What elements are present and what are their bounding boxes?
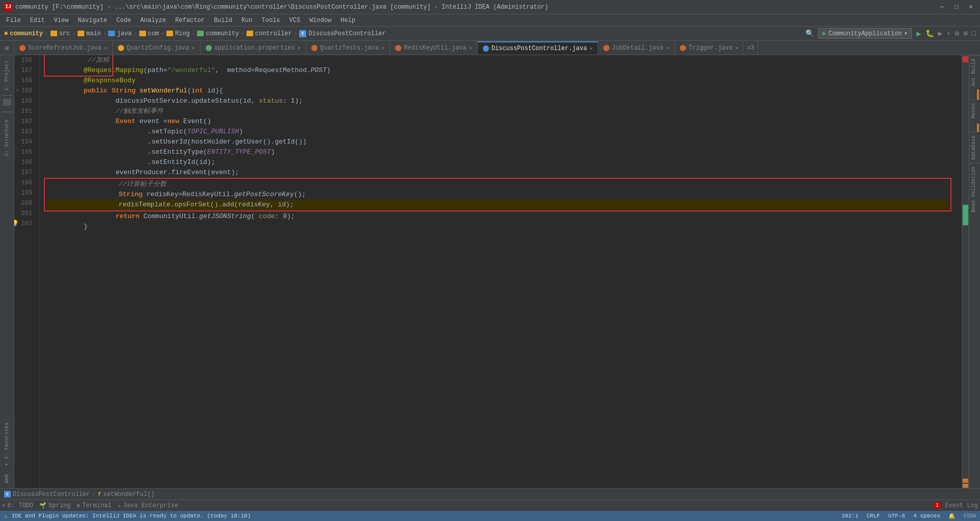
search-icon[interactable]: 🔍: [805, 29, 814, 38]
status-line-ending[interactable]: CRLF: [867, 513, 880, 519]
breadcrumb-src[interactable]: src: [51, 30, 70, 37]
tool-todo[interactable]: ≡ 6: TODO: [2, 502, 33, 509]
tab-trigger[interactable]: Trigger.java ✕: [675, 41, 744, 55]
menu-window[interactable]: Window: [305, 16, 335, 25]
lightbulb-202[interactable]: 💡: [14, 219, 19, 229]
status-bar: ⚠ IDE and Plugin Updates: IntelliJ IDEA …: [0, 511, 980, 521]
tab-label-trigger: Trigger.java: [689, 44, 732, 52]
bottom-method-label: setWonderful(): [103, 491, 155, 498]
debug-button[interactable]: 🐛: [925, 29, 934, 38]
tab-label-quartz-tests: QuartzTests.java: [320, 44, 379, 52]
project-icon[interactable]: [3, 99, 11, 106]
event-log-label[interactable]: Event Log: [945, 502, 978, 509]
tab-redis-key-util[interactable]: RedisKeyUtil.java ✕: [390, 41, 477, 55]
left-sidebar: 1: Project 2: Structure ★ 2: Favorites W…: [0, 55, 14, 488]
panel-ant-build[interactable]: Ant Build: [969, 55, 980, 89]
panel-maven[interactable]: Maven: [969, 100, 980, 122]
tab-score-refresh[interactable]: ScoreRefreshJob.java ✕: [14, 41, 113, 55]
title-bar: IJ community [F:\community] - ...\src\ma…: [0, 0, 980, 14]
breadcrumb-com[interactable]: com: [139, 30, 159, 37]
breadcrumb-ring[interactable]: Ring: [166, 30, 190, 37]
menu-tools[interactable]: Tools: [258, 16, 284, 25]
spring-label: Spring: [48, 502, 70, 509]
restore-button[interactable]: □: [951, 2, 962, 12]
minimize-button[interactable]: ─: [937, 2, 947, 12]
sidebar-project-label[interactable]: 1: Project: [3, 57, 11, 94]
tab-close-discuss-post[interactable]: ✕: [590, 45, 593, 52]
tab-icon-quartz-config: [118, 45, 124, 51]
maximize-button[interactable]: □: [972, 30, 976, 38]
menu-analyze[interactable]: Analyze: [136, 16, 170, 25]
bottom-breadcrumb: C DiscussPostController › f setWonderful…: [4, 491, 155, 498]
tab-close-score-refresh[interactable]: ✕: [104, 45, 107, 51]
menu-code[interactable]: Code: [112, 16, 135, 25]
status-encoding[interactable]: UTF-8: [888, 513, 905, 519]
tab-close-quartz-config[interactable]: ✕: [191, 45, 194, 51]
class-label: DiscussPostController: [308, 30, 385, 37]
tab-close-job-detail[interactable]: ✕: [666, 45, 669, 51]
breadcrumb-class[interactable]: C DiscussPostController: [299, 30, 385, 37]
run-button[interactable]: ▶: [916, 29, 921, 39]
menu-build[interactable]: Build: [210, 16, 236, 25]
sidebar-toggle[interactable]: ⊞: [0, 41, 14, 55]
breadcrumb-sep-6: ›: [192, 31, 195, 37]
tool-java-enterprise[interactable]: ☕ Java Enterprise: [117, 502, 178, 509]
run-config-dropdown[interactable]: ▶ CommunityApplication ▾: [818, 28, 913, 39]
tool-spring[interactable]: 🌱 Spring: [39, 502, 70, 509]
tab-job-detail[interactable]: JobDetail.java ✕: [598, 41, 675, 55]
bottom-toolbar: ≡ 6: TODO 🌱 Spring ⊞ Terminal ☕ Java Ent…: [0, 500, 980, 511]
coverage-button[interactable]: ▶: [938, 29, 942, 38]
breadcrumb-sep-5: ›: [161, 31, 164, 37]
panel-database[interactable]: Database: [969, 132, 980, 163]
linenum-186: 186: [21, 55, 32, 65]
bottom-method-icon: f: [97, 491, 101, 498]
panel-bean-validation[interactable]: Bean Validation: [969, 163, 980, 216]
menu-navigate[interactable]: Navigate: [74, 16, 111, 25]
main-label: main: [86, 30, 101, 37]
breadcrumb-project[interactable]: community: [10, 30, 43, 37]
breadcrumb-controller[interactable]: controller: [247, 30, 292, 37]
status-position[interactable]: 202:1: [842, 513, 859, 519]
tab-close-trigger[interactable]: ✕: [735, 45, 738, 51]
main-area: 1: Project 2: Structure ★ 2: Favorites W…: [0, 55, 980, 488]
menu-help[interactable]: Help: [336, 16, 359, 25]
tab-close-app-properties[interactable]: ✕: [298, 45, 301, 51]
tab-more[interactable]: ≡3: [744, 41, 757, 55]
tab-close-quartz-tests[interactable]: ✕: [381, 45, 384, 51]
title-bar-left: IJ community [F:\community] - ...\src\ma…: [4, 3, 548, 11]
tab-quartz-tests[interactable]: QuartzTests.java ✕: [306, 41, 390, 55]
tab-app-properties[interactable]: application.properties ✕: [201, 41, 306, 55]
menu-run[interactable]: Run: [237, 16, 257, 25]
breadcrumb-community[interactable]: community: [197, 30, 239, 37]
status-indent[interactable]: 4 spaces: [913, 513, 940, 519]
tab-discuss-post-controller[interactable]: DiscussPostController.java ✕: [478, 41, 598, 55]
scroll-track[interactable]: [962, 63, 969, 190]
linenum-187: 187: [21, 65, 32, 76]
const-entity-type-post: ENTITY_TYPE_POST: [207, 148, 271, 156]
sidebar-web-label[interactable]: Web: [3, 471, 11, 486]
menu-edit[interactable]: Edit: [26, 16, 49, 25]
tab-close-redis-key-util[interactable]: ✕: [469, 45, 472, 51]
menu-view[interactable]: View: [50, 16, 73, 25]
minimap-scrollbar[interactable]: [962, 55, 969, 488]
menu-file[interactable]: File: [2, 16, 25, 25]
close-button[interactable]: ✕: [966, 2, 976, 12]
tab-label-discuss-post: DiscussPostController.java: [492, 45, 587, 52]
breadcrumb-main[interactable]: main: [78, 30, 101, 37]
tab-quartz-config[interactable]: QuartzConfig.java ✕: [113, 41, 200, 55]
scroll-thumb[interactable]: [963, 205, 968, 225]
code-line-200: redisTemplate.opsForSet().add(redisKey, …: [47, 200, 948, 210]
profile-button[interactable]: ⚡: [946, 29, 950, 38]
menu-vcs[interactable]: VCS: [285, 16, 305, 25]
code-content[interactable]: //加精 @RequestMapping(path="/wonderful", …: [40, 55, 962, 488]
layout-button[interactable]: ⊞: [963, 29, 967, 38]
more-tabs-icon: ≡3: [747, 44, 754, 52]
breadcrumb-java[interactable]: java: [108, 30, 132, 37]
menu-refactor[interactable]: Refactor: [171, 16, 209, 25]
bottom-class-label: DiscussPostController: [13, 491, 90, 498]
settings-button[interactable]: ⚙: [955, 29, 959, 38]
java-enterprise-icon: ☕: [117, 502, 121, 509]
sidebar-structure-label[interactable]: 2: Structure: [3, 116, 11, 159]
sidebar-favorites-label[interactable]: ★ 2: Favorites: [3, 419, 11, 471]
tool-terminal[interactable]: ⊞ Terminal: [77, 502, 111, 509]
